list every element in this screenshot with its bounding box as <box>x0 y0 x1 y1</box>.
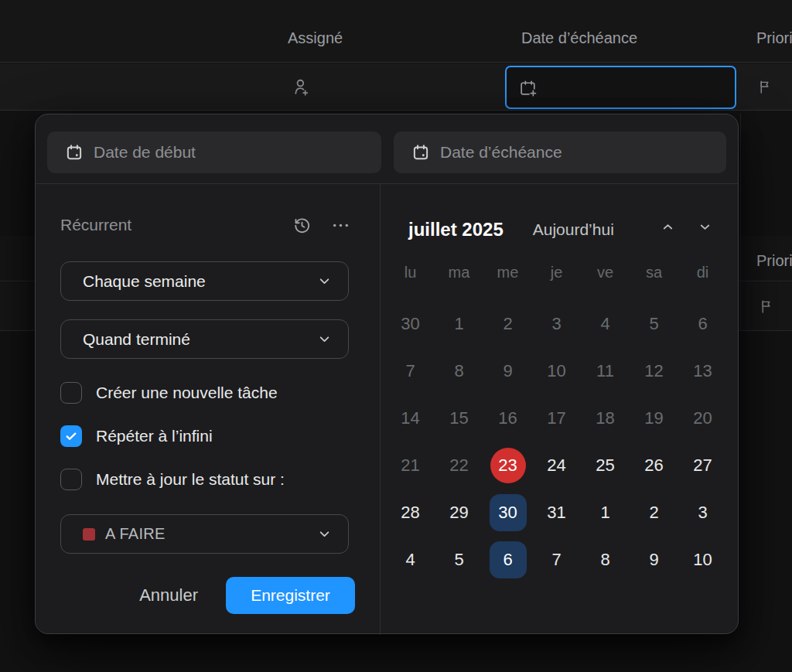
calendar-day-number: 31 <box>539 495 575 530</box>
calendar-day[interactable]: 5 <box>435 536 483 583</box>
calendar-day[interactable]: 26 <box>630 442 678 489</box>
calendar-day-grid: 3012345678910111213141516171819202122232… <box>386 300 727 583</box>
chevron-up-icon[interactable] <box>657 217 678 237</box>
today-button[interactable]: Aujourd’hui <box>533 220 614 239</box>
calendar-day[interactable]: 25 <box>581 442 630 489</box>
weekday-label: ma <box>435 264 483 281</box>
calendar-day[interactable]: 30 <box>483 489 532 536</box>
calendar-day[interactable]: 28 <box>386 489 435 536</box>
status-select[interactable]: A FAIRE <box>60 514 349 554</box>
calendar-day-number: 22 <box>442 448 477 483</box>
calendar-day[interactable]: 14 <box>386 394 435 442</box>
checkbox-unchecked[interactable] <box>60 469 82 490</box>
calendar-day[interactable]: 3 <box>678 489 727 536</box>
frequency-value: Chaque semaine <box>83 272 316 291</box>
calendar-day[interactable]: 3 <box>532 300 581 347</box>
weekday-label: lu <box>386 264 435 281</box>
chevron-down-icon <box>316 526 333 542</box>
recurrence-title: Récurrent <box>60 216 131 234</box>
start-date-input[interactable]: Date de début <box>47 131 381 173</box>
calendar-day[interactable]: 2 <box>630 489 678 536</box>
calendar-day-number: 2 <box>490 306 526 342</box>
calendar-day-number: 4 <box>393 542 428 578</box>
chevron-down-icon <box>316 273 333 289</box>
recurrence-option-label: Mettre à jour le statut sur : <box>96 470 285 489</box>
calendar-day[interactable]: 31 <box>532 489 581 536</box>
calendar-day[interactable]: 1 <box>435 300 483 347</box>
calendar-day[interactable]: 11 <box>581 347 630 394</box>
calendar-day[interactable]: 21 <box>386 442 435 489</box>
calendar-day[interactable]: 22 <box>435 442 483 489</box>
calendar-day[interactable]: 13 <box>678 347 727 394</box>
checkbox-unchecked[interactable] <box>60 382 82 404</box>
calendar-day[interactable]: 18 <box>581 394 630 442</box>
recurrence-options: Créer une nouvelle tâcheRépéter à l’infi… <box>60 371 370 501</box>
column-header-assignee: Assigné <box>288 29 343 47</box>
calendar-day[interactable]: 8 <box>581 536 630 583</box>
calendar-day[interactable]: 9 <box>630 536 678 583</box>
calendar-day[interactable]: 12 <box>630 347 678 394</box>
calendar-day[interactable]: 10 <box>532 347 581 394</box>
calendar-day[interactable]: 23 <box>483 442 532 489</box>
column-divider <box>740 114 741 331</box>
date-inputs-section: Date de début Date d’échéance <box>36 114 738 184</box>
calendar-day[interactable]: 17 <box>532 394 581 442</box>
weekday-label: ve <box>581 264 630 281</box>
calendar-day[interactable]: 6 <box>483 536 532 583</box>
calendar-day[interactable]: 16 <box>483 394 532 442</box>
priority-flag-icon[interactable] <box>759 298 775 315</box>
due-date-cell-focused[interactable] <box>505 66 736 109</box>
calendar-day-number: 20 <box>685 401 721 436</box>
calendar-day[interactable]: 4 <box>581 300 630 347</box>
calendar-day[interactable]: 30 <box>386 300 435 347</box>
when-select[interactable]: Quand terminé <box>60 319 349 359</box>
calendar-day-number: 30 <box>393 306 428 342</box>
save-button[interactable]: Enregistrer <box>226 577 355 614</box>
calendar-day[interactable]: 7 <box>532 536 581 583</box>
due-date-input[interactable]: Date d’échéance <box>394 131 726 173</box>
more-options-icon[interactable] <box>330 215 350 235</box>
calendar-day[interactable]: 20 <box>678 394 727 442</box>
calendar-day-number: 10 <box>539 353 575 389</box>
checkbox-checked[interactable] <box>60 425 82 447</box>
status-color-swatch <box>83 528 95 541</box>
calendar-day[interactable]: 7 <box>386 347 435 394</box>
calendar-day-number: 7 <box>393 353 428 389</box>
when-value: Quand terminé <box>83 330 316 349</box>
priority-flag-icon[interactable] <box>757 79 773 95</box>
calendar-day[interactable]: 10 <box>678 536 727 583</box>
calendar-day[interactable]: 2 <box>483 300 532 347</box>
frequency-select[interactable]: Chaque semaine <box>60 261 349 301</box>
calendar-day[interactable]: 8 <box>435 347 483 394</box>
history-icon[interactable] <box>292 215 312 235</box>
calendar-day[interactable]: 4 <box>386 536 435 583</box>
calendar-icon <box>66 144 83 161</box>
calendar-day[interactable]: 9 <box>483 347 532 394</box>
calendar-day[interactable]: 19 <box>630 394 678 442</box>
start-date-placeholder: Date de début <box>94 143 196 162</box>
calendar-day-number: 2 <box>637 495 672 530</box>
recurrence-panel: Récurrent Chaque semaine <box>36 184 380 635</box>
calendar-day-number: 19 <box>637 401 672 436</box>
add-calendar-icon <box>519 79 538 98</box>
calendar-day-number: 1 <box>442 306 477 342</box>
calendar-day[interactable]: 15 <box>435 394 483 442</box>
calendar-nav <box>657 217 715 237</box>
calendar-day[interactable]: 29 <box>435 489 483 536</box>
add-assignee-icon[interactable] <box>291 77 312 97</box>
calendar-day[interactable]: 6 <box>678 300 727 347</box>
recurrence-footer: Annuler Enregistrer <box>36 577 355 614</box>
chevron-down-icon[interactable] <box>695 217 715 237</box>
cancel-button[interactable]: Annuler <box>131 581 206 610</box>
calendar-day-number: 6 <box>685 306 721 342</box>
calendar-day[interactable]: 24 <box>532 442 581 489</box>
calendar-day-number: 12 <box>637 353 672 389</box>
calendar-day[interactable]: 1 <box>581 489 630 536</box>
calendar-day-number: 26 <box>637 448 672 483</box>
calendar-day-number: 9 <box>637 542 672 578</box>
weekday-label: sa <box>630 264 678 281</box>
calendar-day-number: 10 <box>685 542 721 578</box>
recurrence-option-row: Mettre à jour le statut sur : <box>60 458 370 501</box>
calendar-day[interactable]: 27 <box>678 442 727 489</box>
calendar-day[interactable]: 5 <box>630 300 678 347</box>
